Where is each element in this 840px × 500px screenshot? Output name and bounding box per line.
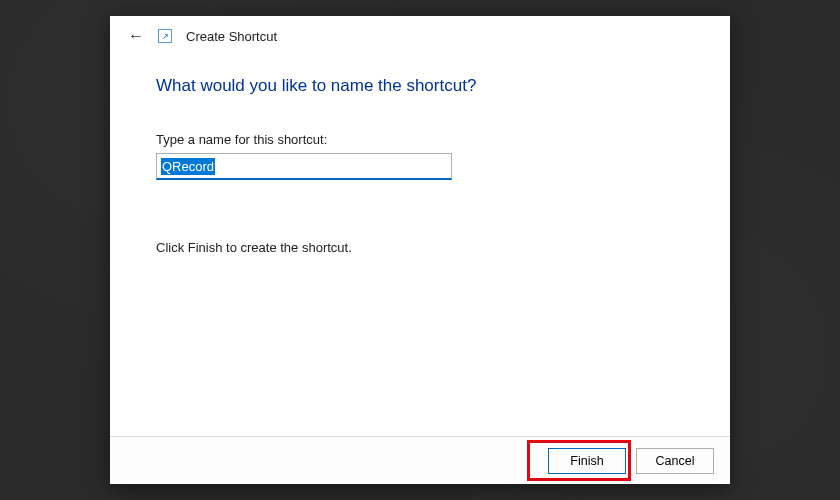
wizard-content: What would you like to name the shortcut… xyxy=(110,48,730,436)
finish-button[interactable]: Finish xyxy=(548,448,626,474)
finish-instruction: Click Finish to create the shortcut. xyxy=(156,240,684,255)
page-heading: What would you like to name the shortcut… xyxy=(156,76,684,96)
window-title: Create Shortcut xyxy=(186,29,277,44)
shortcut-name-label: Type a name for this shortcut: xyxy=(156,132,684,147)
shortcut-name-input[interactable]: QRecord xyxy=(156,153,452,180)
back-arrow-icon[interactable]: ← xyxy=(128,28,144,44)
cancel-button[interactable]: Cancel xyxy=(636,448,714,474)
shortcut-name-value: QRecord xyxy=(161,158,215,175)
shortcut-icon xyxy=(158,29,172,43)
button-bar: Finish Cancel xyxy=(110,436,730,484)
create-shortcut-wizard: ← Create Shortcut What would you like to… xyxy=(110,16,730,484)
wizard-header: ← Create Shortcut xyxy=(110,16,730,48)
